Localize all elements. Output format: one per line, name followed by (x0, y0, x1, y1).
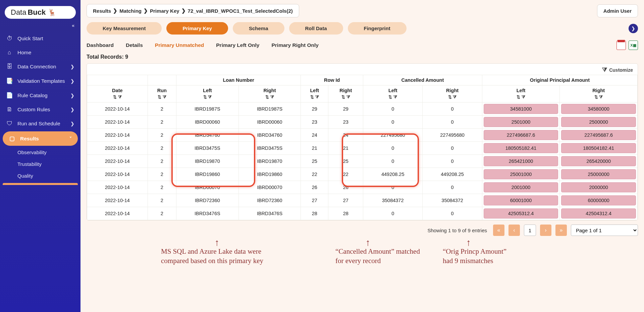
table-cell: 2 (148, 155, 176, 168)
col-header-run[interactable]: Run⇅ ⧩ (148, 85, 176, 103)
sidebar-item-validation-templates[interactable]: 📑Validation Templates❯ (0, 74, 80, 88)
table-row: 2022-10-142IBRD19860IBRD198602222449208.… (87, 168, 638, 181)
chevron-right-icon: ❯ (144, 8, 148, 14)
table-cell: 22 (328, 168, 363, 181)
nav-icon: ⏱ (6, 35, 13, 42)
sidebar-item-quick-start[interactable]: ⏱Quick Start (0, 32, 80, 46)
subtab-primary-left-only[interactable]: Primary Left Only (216, 42, 259, 48)
table-cell: 24 (328, 129, 363, 142)
main: Results ❯ Matching ❯ Primary Key ❯ 72_va… (80, 0, 644, 312)
pill-roll-data[interactable]: Roll Data (289, 22, 343, 35)
table-cell: IBRD19870 (176, 155, 239, 168)
table-cell: 2022-10-14 (87, 194, 148, 207)
sort-filter-icon[interactable]: ⇅ ⧩ (365, 95, 420, 100)
table-cell: 0 (363, 155, 423, 168)
sort-filter-icon[interactable]: ⇅ ⧩ (303, 95, 326, 100)
breadcrumb-item[interactable]: Results (93, 8, 111, 14)
nav-icon: 📑 (6, 77, 13, 84)
sidebar: DataBuck🦌 « ⏱Quick Start⌂Home🗄Data Conne… (0, 0, 80, 312)
table-row: 2022-10-142IBRD72360IBRD7236027273508437… (87, 194, 638, 207)
collapse-sidebar-button[interactable]: « (0, 21, 80, 32)
table-cell: 449208.25 (423, 168, 482, 181)
subtab-dashboard[interactable]: Dashboard (87, 42, 114, 48)
table-cell-mismatch: 2500000 (560, 116, 638, 129)
group-header: Loan Number (176, 75, 301, 85)
sort-filter-icon[interactable]: ⇅ ⧩ (89, 95, 146, 100)
pager-prev-button[interactable]: ‹ (508, 225, 520, 236)
breadcrumb-item[interactable]: 72_val_IBRD_WPOC1_Test_SelectedCols(2) (188, 8, 293, 14)
sidebar-item-custom-rules[interactable]: 🗎Custom Rules❯ (0, 103, 80, 117)
sort-filter-icon[interactable]: ⇅ ⧩ (330, 95, 361, 100)
col-header-left[interactable]: Left⇅ ⧩ (482, 85, 560, 103)
sort-filter-icon[interactable]: ⇅ ⧩ (484, 95, 558, 100)
sidebar-item-rule-catalog[interactable]: 📄Rule Catalog❯ (0, 88, 80, 103)
pager-last-button[interactable]: » (555, 225, 567, 236)
pill-key-measurement[interactable]: Key Measurement (87, 22, 162, 35)
pager-next-button[interactable]: › (540, 225, 551, 236)
col-header-right[interactable]: Right⇅ ⧩ (328, 85, 363, 103)
col-header-left[interactable]: Left⇅ ⧩ (363, 85, 423, 103)
breadcrumb-item[interactable]: Matching (119, 8, 142, 14)
pill-fingerprint[interactable]: Fingerprint (348, 22, 407, 35)
sidebar-subitem-quality[interactable]: Quality (0, 170, 80, 182)
table-cell-mismatch: 60001000 (482, 194, 560, 207)
table-cell: 2022-10-14 (87, 207, 148, 220)
sidebar-item-results[interactable]: ▢Results˅ (3, 131, 78, 146)
table-cell-mismatch: 265420000 (560, 155, 638, 168)
sort-filter-icon[interactable]: ⇅ ⧩ (425, 95, 480, 100)
sort-filter-icon[interactable]: ⇅ ⧩ (241, 95, 299, 100)
table-row: 2022-10-142IBRD00070IBRD0007026260020010… (87, 181, 638, 194)
pill-primary-key[interactable]: Primary Key (166, 22, 228, 35)
pager-page-input[interactable] (524, 225, 536, 236)
table-cell: 0 (363, 116, 423, 129)
table-cell: 227495680 (363, 129, 423, 142)
subtab-details[interactable]: Details (126, 42, 143, 48)
pager-first-button[interactable]: « (493, 225, 504, 236)
table-cell: 28 (328, 207, 363, 220)
col-header-right[interactable]: Right⇅ ⧩ (423, 85, 482, 103)
sidebar-subitem-trustability[interactable]: Trustability (0, 158, 80, 170)
col-header-right[interactable]: Right⇅ ⧩ (560, 85, 638, 103)
breadcrumb-item[interactable]: Primary Key (150, 8, 179, 14)
table-cell: 0 (423, 142, 482, 155)
nav-label: Custom Rules (17, 107, 50, 113)
pill-schema[interactable]: Schema (233, 22, 284, 35)
nav-label: Home (17, 50, 31, 56)
table-cell: IBRD3476S (176, 207, 239, 220)
group-header: Row Id (301, 75, 363, 85)
chevron-right-icon: ❯ (70, 93, 74, 98)
table-cell: IBRD00060 (238, 116, 301, 129)
col-header-right[interactable]: Right⇅ ⧩ (238, 85, 301, 103)
sidebar-item-data-connection[interactable]: 🗄Data Connection❯ (0, 60, 80, 74)
subtab-primary-unmatched[interactable]: Primary Unmatched (155, 42, 204, 48)
export-excel-button[interactable]: X▦ (629, 41, 638, 50)
user-menu[interactable]: Admin User (597, 4, 638, 17)
pager-page-select[interactable]: Page 1 of 1 (571, 225, 638, 236)
sort-filter-icon[interactable]: ⇅ ⧩ (150, 95, 174, 100)
scroll-right-button[interactable]: ❯ (629, 24, 638, 33)
sort-filter-icon[interactable]: ⇅ ⧩ (562, 95, 635, 100)
group-header (87, 75, 148, 85)
export-pdf-button[interactable] (616, 41, 626, 50)
chevron-right-icon: ❯ (70, 78, 74, 84)
table-cell: 23 (328, 116, 363, 129)
table-cell: 24 (301, 129, 328, 142)
customize-button[interactable]: ⧩ Customize (87, 64, 638, 75)
sort-filter-icon[interactable]: ⇅ ⧩ (178, 95, 236, 100)
sidebar-item-run-and-schedule[interactable]: 🛡Run and Schedule❯ (0, 117, 80, 131)
col-header-date[interactable]: Date⇅ ⧩ (87, 85, 148, 103)
col-header-left[interactable]: Left⇅ ⧩ (301, 85, 328, 103)
table-cell: 2 (148, 168, 176, 181)
table-cell: 25 (328, 155, 363, 168)
table-cell: IBRD1987S (238, 103, 301, 116)
table-cell: IBRD3476S (238, 207, 301, 220)
sidebar-item-home[interactable]: ⌂Home (0, 46, 80, 60)
table-cell: 29 (301, 103, 328, 116)
table-cell: IBRD19860 (238, 168, 301, 181)
table-cell: 2 (148, 116, 176, 129)
col-header-left[interactable]: Left⇅ ⧩ (176, 85, 239, 103)
nav-label: Data Connection (17, 64, 56, 70)
subtab-primary-right-only[interactable]: Primary Right Only (271, 42, 318, 48)
sidebar-subitem-observability[interactable]: Observability (0, 146, 80, 158)
chevron-down-icon: ˅ (69, 136, 72, 141)
